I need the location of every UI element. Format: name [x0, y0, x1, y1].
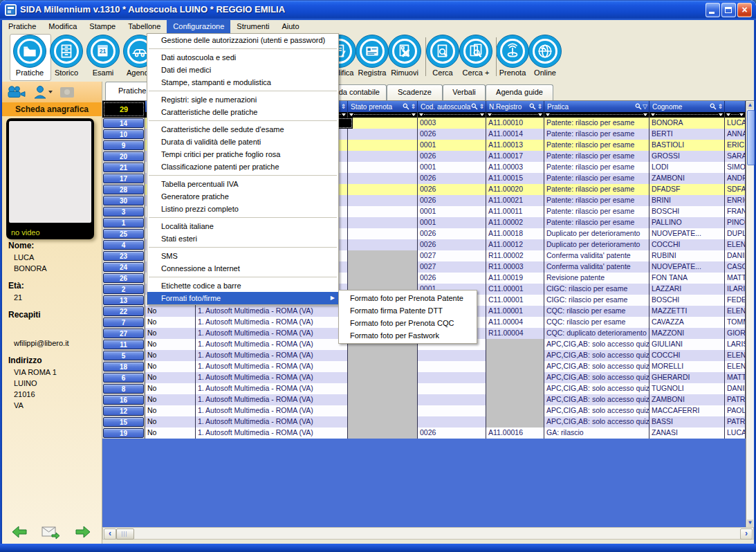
- record-number-button[interactable]: 23: [103, 251, 144, 261]
- record-number-button[interactable]: 17: [103, 174, 144, 183]
- record-number-button[interactable]: 7: [103, 318, 144, 327]
- arrow-right-icon[interactable]: [74, 524, 92, 540]
- title-bar[interactable]: SIDA Millennium v.1310 * Autoscuola LUIN…: [0, 0, 756, 20]
- menu-item-tempi-critici-per-pratiche-foglio-rosa[interactable]: Tempi critici per pratiche foglio rosa: [147, 148, 338, 160]
- filter-row-cell[interactable]: [725, 112, 746, 118]
- menu-item-gestione-delle-autorizzazioni-utenti-e-password[interactable]: Gestione delle autorizzazioni (utenti e …: [147, 34, 338, 46]
- submenu-item-formato-foto-per-prenota-cqc[interactable]: Formato foto per Prenota CQC: [339, 317, 477, 329]
- menu-item-tabella-percentuali-iva[interactable]: Tabella percentuali IVA: [147, 178, 338, 190]
- menu-item-registri-sigle-e-numerazioni[interactable]: Registri: sigle e numerazioni: [147, 93, 338, 106]
- menu-item-caratteristiche-delle-pratiche[interactable]: Caratteristiche delle pratiche: [147, 106, 338, 118]
- column-search-icon[interactable]: [529, 103, 536, 110]
- table-row[interactable]: No1. Autosoft Multimedia - ROMA (VA)APC,…: [145, 416, 746, 427]
- record-number-button[interactable]: 20: [103, 151, 144, 161]
- menu-item-connessione-a-internet[interactable]: Connessione a Internet: [147, 262, 338, 275]
- menu-item-dati-autoscuola-e-sedi[interactable]: Dati autoscuola e sedi: [147, 51, 338, 64]
- record-number-button[interactable]: 3: [103, 207, 144, 217]
- record-number-button[interactable]: 24: [103, 262, 144, 272]
- menubar-item-pratiche[interactable]: Pratiche: [2, 20, 42, 33]
- record-number-button[interactable]: 2: [103, 284, 144, 294]
- menubar-item-modifica[interactable]: Modifica: [42, 20, 83, 33]
- tab-scadenze[interactable]: Scadenze: [387, 84, 443, 100]
- table-row[interactable]: No1. Autosoft Multimedia - ROMA (VA)APC,…: [145, 383, 746, 394]
- record-number-button[interactable]: 4: [103, 240, 144, 250]
- selected-cell-cursor[interactable]: [337, 118, 353, 129]
- table-row[interactable]: No1. Autosoft Multimedia - ROMA (VA)APC,…: [145, 405, 746, 416]
- record-number-button[interactable]: 15: [103, 417, 144, 427]
- toolbar-button-online[interactable]: Online: [521, 35, 569, 77]
- capture-user-icon[interactable]: [33, 85, 53, 99]
- horizontal-scrollbar[interactable]: ‹ ›: [102, 527, 754, 540]
- webcam-icon[interactable]: [6, 85, 27, 99]
- menubar-item-configurazione[interactable]: Configurazione: [167, 20, 230, 33]
- scroll-right-icon[interactable]: ›: [740, 528, 753, 540]
- maximize-icon[interactable]: [721, 3, 736, 17]
- menu-item-etichette-codice-a-barre[interactable]: Etichette codice a barre: [147, 279, 338, 292]
- table-row[interactable]: No1. Autosoft Multimedia - ROMA (VA)APC,…: [145, 350, 746, 361]
- scroll-left-icon[interactable]: ‹: [104, 528, 116, 540]
- record-number-button[interactable]: 1: [103, 218, 144, 228]
- scroll-up-icon[interactable]: ▲: [747, 102, 753, 109]
- column-header-pratica[interactable]: Pratica▽: [544, 101, 649, 112]
- table-row[interactable]: No1. Autosoft Multimedia - ROMA (VA)APC,…: [145, 394, 746, 405]
- record-number-button[interactable]: 21: [103, 163, 144, 172]
- menu-item-localit-italiane[interactable]: Località italiane: [147, 220, 338, 232]
- menu-item-listino-prezzi-completo[interactable]: Listino prezzi completo: [147, 203, 338, 215]
- submenu-item-formato-firma-patente-dtt[interactable]: Formato firma Patente DTT: [339, 304, 477, 317]
- record-number-button[interactable]: 25: [103, 229, 144, 239]
- column-header-cod-autoscuola[interactable]: Cod. autoscuola⇕: [418, 101, 486, 112]
- menu-item-classificazione-patenti-per-pratiche[interactable]: Classificazione patenti per pratiche: [147, 160, 338, 173]
- filter-row-cell[interactable]: [348, 112, 418, 118]
- table-row[interactable]: No1. Autosoft Multimedia - ROMA (VA)APC,…: [145, 361, 746, 372]
- filter-row-cell[interactable]: [649, 112, 725, 118]
- menu-item-generatore-pratiche[interactable]: Generatore pratiche: [147, 190, 338, 203]
- menu-item-formati-foto-firme[interactable]: Formati foto/firme▶: [147, 292, 338, 304]
- record-number-button[interactable]: 6: [103, 373, 144, 383]
- column-search-icon[interactable]: [403, 103, 409, 110]
- record-number-button[interactable]: 19: [103, 428, 144, 438]
- record-number-button[interactable]: 16: [103, 395, 144, 405]
- menu-item-dati-dei-medici[interactable]: Dati dei medici: [147, 64, 338, 76]
- record-number-button[interactable]: 28: [103, 185, 144, 194]
- vertical-scrollbar[interactable]: ▲▼: [746, 101, 754, 528]
- record-number-button[interactable]: 27: [103, 329, 144, 338]
- record-number-button[interactable]: 5: [103, 351, 144, 360]
- menubar-item-stampe[interactable]: Stampe: [83, 20, 122, 33]
- sort-icon[interactable]: ⇕: [479, 104, 484, 110]
- column-header-n-registro[interactable]: N.Registro⇕: [486, 101, 544, 112]
- minimize-icon[interactable]: [706, 3, 720, 17]
- record-number-button[interactable]: 8: [103, 384, 144, 394]
- menubar-item-tabellone[interactable]: Tabellone: [122, 20, 167, 33]
- sort-icon[interactable]: ⇕: [537, 104, 542, 110]
- record-number-button[interactable]: 10: [103, 129, 144, 139]
- record-number-button[interactable]: 22: [103, 306, 144, 316]
- record-number-button[interactable]: 9: [103, 140, 144, 150]
- menubar-item-strumenti[interactable]: Strumenti: [230, 20, 275, 33]
- record-number-button[interactable]: 11: [103, 340, 144, 349]
- record-number-button[interactable]: 18: [103, 362, 144, 371]
- column-search-icon[interactable]: [471, 103, 478, 110]
- record-number-button[interactable]: 30: [103, 196, 144, 205]
- filter-row-cell[interactable]: [544, 112, 649, 118]
- menu-item-caratteristiche-delle-sedute-d-esame[interactable]: Caratteristiche delle sedute d'esame: [147, 123, 338, 136]
- record-number-button[interactable]: 13: [103, 295, 144, 305]
- record-number-button[interactable]: 26: [103, 273, 144, 283]
- column-search-icon[interactable]: [635, 103, 642, 110]
- record-number-button[interactable]: 14: [103, 118, 144, 128]
- column-header-cognome[interactable]: Cognome⇕: [649, 101, 725, 112]
- record-number-button[interactable]: 12: [103, 406, 144, 416]
- menubar-item-aiuto[interactable]: Aiuto: [275, 20, 305, 33]
- sort-icon[interactable]: ⇕: [717, 104, 723, 110]
- submenu-item-formato-foto-per-fastwork[interactable]: Formato foto per Fastwork: [339, 329, 477, 342]
- scrollbar-thumb[interactable]: [116, 528, 134, 540]
- filter-row-cell[interactable]: [486, 112, 544, 118]
- tab-verbali[interactable]: Verbali: [443, 84, 486, 100]
- sort-desc-icon[interactable]: ▽: [643, 104, 647, 110]
- menu-item-durata-di-validit-delle-patenti[interactable]: Durata di validità delle patenti: [147, 136, 338, 148]
- table-row[interactable]: No1. Autosoft Multimedia - ROMA (VA)APC,…: [145, 372, 746, 383]
- submenu-item-formato-foto-per-prenota-patente[interactable]: Formato foto per Prenota Patente: [339, 292, 477, 304]
- menu-item-stati-esteri[interactable]: Stati esteri: [147, 232, 338, 245]
- vertical-scrollbar-thumb[interactable]: [747, 110, 755, 165]
- menu-item-stampe-stampanti-e-modulistica[interactable]: Stampe, stampanti e modulistica: [147, 76, 338, 89]
- menu-item-sms[interactable]: SMS: [147, 250, 338, 262]
